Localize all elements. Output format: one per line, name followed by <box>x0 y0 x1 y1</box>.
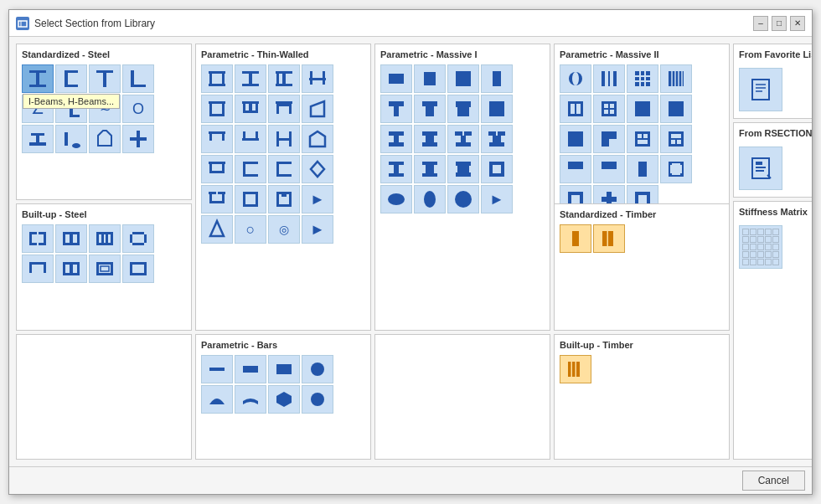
pm1-dt1[interactable] <box>380 125 412 153</box>
ptw-18[interactable] <box>235 185 266 213</box>
svg-rect-61 <box>209 162 225 164</box>
pm1-dt2[interactable] <box>414 125 446 153</box>
close-button[interactable]: ✕ <box>790 16 805 31</box>
ptw-2[interactable] <box>235 64 266 93</box>
timber-1[interactable] <box>560 224 591 253</box>
bus-3[interactable] <box>89 224 121 253</box>
c-beam-icon[interactable] <box>55 64 87 93</box>
ptw-12[interactable] <box>302 125 333 153</box>
pm1-i1[interactable] <box>380 155 412 183</box>
pm2-15[interactable] <box>627 155 658 183</box>
i-beam-icon[interactable]: I-Beams, H-Beams... <box>22 64 54 93</box>
ptw-arrow2[interactable]: ► <box>302 215 333 244</box>
pb-4[interactable] <box>302 355 333 383</box>
pm1-i4[interactable] <box>481 155 513 183</box>
pm2-3[interactable] <box>627 64 658 93</box>
svg-rect-112 <box>394 165 399 173</box>
ptw-11[interactable] <box>268 125 300 153</box>
pm2-2[interactable] <box>593 64 625 93</box>
cruciform-icon[interactable] <box>122 125 154 153</box>
pm1-T4[interactable] <box>481 95 513 123</box>
timber-2[interactable] <box>593 224 625 253</box>
ptw-3[interactable] <box>268 64 300 93</box>
pm2-6[interactable] <box>593 95 625 123</box>
rsection-icon[interactable] <box>739 147 782 190</box>
ptw-6[interactable] <box>235 95 266 123</box>
stiffness-matrix-icon[interactable] <box>739 225 782 269</box>
ptw-circle[interactable]: ○ <box>235 215 266 244</box>
ptw-17[interactable] <box>201 185 233 213</box>
pm1-i3[interactable] <box>447 155 479 183</box>
pb-6[interactable] <box>235 385 266 414</box>
pm2-13[interactable] <box>560 155 591 183</box>
pb-3[interactable] <box>268 355 300 383</box>
t-section-icon[interactable] <box>89 64 121 93</box>
ptw-14[interactable] <box>235 155 266 183</box>
ptw-10[interactable] <box>235 125 266 153</box>
svg-rect-83 <box>276 204 292 207</box>
ptw-7[interactable] <box>268 95 300 123</box>
pm1-rect2[interactable] <box>414 64 446 93</box>
pm2-16[interactable] <box>660 155 692 183</box>
pm1-rect4[interactable] <box>481 64 513 93</box>
pm1-arrow[interactable]: ► <box>481 185 513 213</box>
svg-rect-146 <box>604 110 608 114</box>
favorite-icon[interactable] <box>739 68 782 111</box>
svg-rect-226 <box>96 273 113 275</box>
pm1-T2[interactable] <box>414 95 446 123</box>
pm1-dt3[interactable] <box>447 125 479 153</box>
pb-hex[interactable] <box>268 385 300 414</box>
bus-8[interactable] <box>122 255 154 283</box>
minimize-button[interactable]: – <box>753 16 768 31</box>
ptw-19[interactable] <box>268 185 300 213</box>
l-section-icon[interactable] <box>122 64 154 93</box>
pm1-e1[interactable] <box>380 185 412 213</box>
pm2-11[interactable] <box>627 125 658 153</box>
pm2-4[interactable] <box>660 64 692 93</box>
ptw-8[interactable] <box>302 95 333 123</box>
ptw-1[interactable] <box>201 64 233 93</box>
pm1-e2[interactable] <box>414 185 446 213</box>
cancel-button[interactable]: Cancel <box>742 471 805 491</box>
bulb-flat-icon[interactable] <box>55 125 87 153</box>
pb-1[interactable] <box>201 355 233 383</box>
pm1-e3[interactable] <box>447 185 479 213</box>
ptw-arrow[interactable]: ► <box>302 185 333 213</box>
pm2-12[interactable] <box>660 125 692 153</box>
pm2-7[interactable] <box>627 95 658 123</box>
pm2-9[interactable] <box>560 125 591 153</box>
ptw-13[interactable] <box>201 155 233 183</box>
pm1-T3[interactable] <box>447 95 479 123</box>
pb-2[interactable] <box>235 355 266 383</box>
bus-1[interactable] <box>22 224 54 253</box>
pm2-1[interactable] <box>560 64 591 93</box>
pm1-rect1[interactable] <box>380 64 412 93</box>
pm1-dt4[interactable] <box>481 125 513 153</box>
ptw-circle2[interactable]: ◎ <box>268 215 300 244</box>
ptw-4[interactable] <box>302 64 333 93</box>
pm2-8[interactable] <box>660 95 692 123</box>
pm1-rect3[interactable] <box>447 64 479 93</box>
bus-5[interactable] <box>22 255 54 283</box>
rail-icon[interactable] <box>22 125 54 153</box>
but-1[interactable] <box>560 355 591 383</box>
ptw-9[interactable] <box>201 125 233 153</box>
pm2-5[interactable] <box>560 95 591 123</box>
bus-7[interactable] <box>89 255 121 283</box>
pm2-10[interactable] <box>593 125 625 153</box>
ptw-16[interactable] <box>302 155 333 183</box>
pb-circle2[interactable] <box>302 385 333 414</box>
pb-5[interactable] <box>201 385 233 414</box>
o-section-icon[interactable]: O <box>122 95 154 123</box>
hat-section-icon[interactable] <box>89 125 121 153</box>
bus-6[interactable] <box>55 255 87 283</box>
pm2-14[interactable] <box>593 155 625 183</box>
maximize-button[interactable]: □ <box>772 16 787 31</box>
bus-2[interactable] <box>55 224 87 253</box>
ptw-21[interactable] <box>201 215 233 244</box>
pm1-i2[interactable] <box>414 155 446 183</box>
pm1-T1[interactable] <box>380 95 412 123</box>
bus-4[interactable] <box>122 224 154 253</box>
ptw-5[interactable] <box>201 95 233 123</box>
ptw-15[interactable] <box>268 155 300 183</box>
